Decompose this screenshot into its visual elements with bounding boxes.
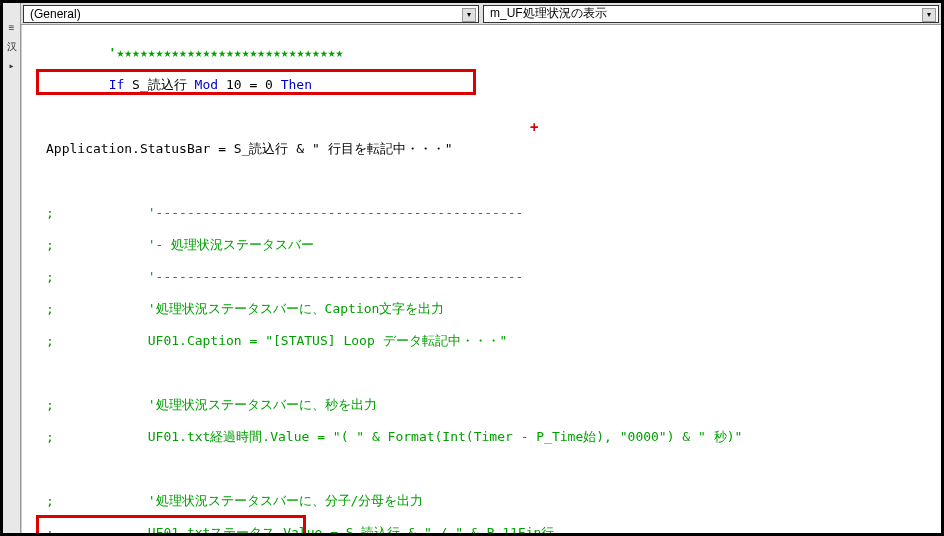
object-dropdown-value: (General) (30, 7, 81, 21)
toolbar-btn1[interactable]: ≡ (8, 23, 14, 34)
procedure-dropdown-value: m_UF処理状況の表示 (490, 5, 607, 22)
object-proc-bar: (General) ▾ m_UF処理状況の表示 ▾ (21, 3, 941, 25)
code-editor[interactable]: '★★★★★★★★★★★★★★★★★★★★★★★★★★★★★ If S_読込行 … (21, 25, 941, 533)
object-dropdown[interactable]: (General) ▾ (23, 5, 479, 23)
ide-window: ≡ 汉 ▸ (General) ▾ m_UF処理状況の表示 ▾ '★★★★★★★… (0, 0, 944, 536)
chevron-down-icon[interactable]: ▾ (462, 8, 476, 22)
toolbar-btn3[interactable]: ▸ (8, 60, 14, 72)
procedure-dropdown[interactable]: m_UF処理状況の表示 ▾ (483, 5, 939, 23)
highlighted-line-1: Application.StatusBar = S_読込行 & " 行目を転記中… (46, 141, 941, 157)
chevron-down-icon[interactable]: ▾ (922, 8, 936, 22)
toolbar-btn2[interactable]: 汉 (7, 40, 17, 54)
left-toolbar: ≡ 汉 ▸ (3, 3, 21, 533)
main-area: (General) ▾ m_UF処理状況の表示 ▾ '★★★★★★★★★★★★★… (21, 3, 941, 533)
code-text: '★★★★★★★★★★★★★★★★★★★★★★★★★★★★★ (46, 45, 343, 60)
